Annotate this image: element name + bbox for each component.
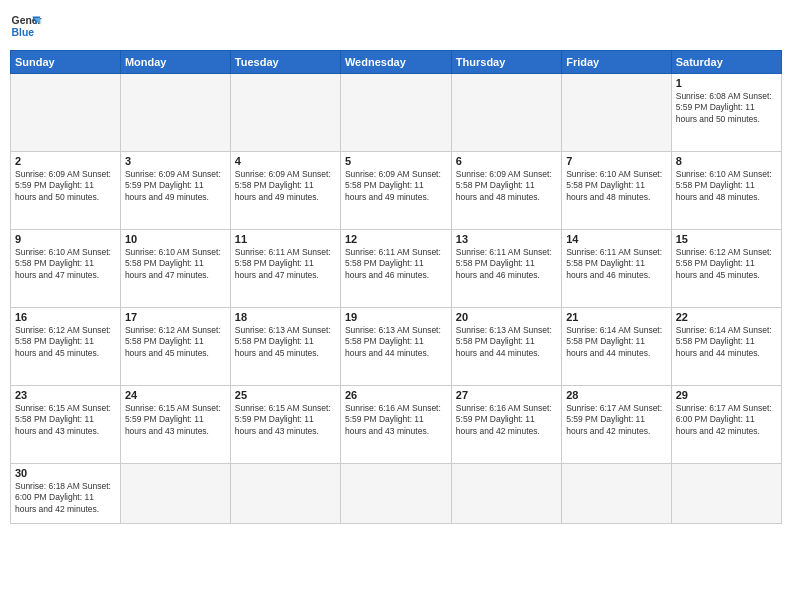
logo-icon: General Blue (10, 10, 42, 42)
calendar-cell (340, 464, 451, 524)
day-number: 14 (566, 233, 667, 245)
weekday-header-sunday: Sunday (11, 51, 121, 74)
week-row-2: 9Sunrise: 6:10 AM Sunset: 5:58 PM Daylig… (11, 230, 782, 308)
day-info: Sunrise: 6:15 AM Sunset: 5:59 PM Dayligh… (125, 403, 226, 437)
calendar-cell: 3Sunrise: 6:09 AM Sunset: 5:59 PM Daylig… (120, 152, 230, 230)
calendar-cell: 18Sunrise: 6:13 AM Sunset: 5:58 PM Dayli… (230, 308, 340, 386)
logo: General Blue (10, 10, 42, 42)
day-info: Sunrise: 6:17 AM Sunset: 5:59 PM Dayligh… (566, 403, 667, 437)
week-row-3: 16Sunrise: 6:12 AM Sunset: 5:58 PM Dayli… (11, 308, 782, 386)
week-row-0: 1Sunrise: 6:08 AM Sunset: 5:59 PM Daylig… (11, 74, 782, 152)
calendar-cell (340, 74, 451, 152)
weekday-header-monday: Monday (120, 51, 230, 74)
day-number: 26 (345, 389, 447, 401)
day-number: 22 (676, 311, 777, 323)
day-number: 29 (676, 389, 777, 401)
day-number: 20 (456, 311, 557, 323)
day-number: 30 (15, 467, 116, 479)
day-info: Sunrise: 6:16 AM Sunset: 5:59 PM Dayligh… (456, 403, 557, 437)
calendar-cell (451, 74, 561, 152)
calendar-cell: 5Sunrise: 6:09 AM Sunset: 5:58 PM Daylig… (340, 152, 451, 230)
weekday-header-saturday: Saturday (671, 51, 781, 74)
calendar-cell: 25Sunrise: 6:15 AM Sunset: 5:59 PM Dayli… (230, 386, 340, 464)
calendar-cell: 14Sunrise: 6:11 AM Sunset: 5:58 PM Dayli… (562, 230, 672, 308)
calendar-cell (230, 74, 340, 152)
day-info: Sunrise: 6:12 AM Sunset: 5:58 PM Dayligh… (15, 325, 116, 359)
weekday-header-thursday: Thursday (451, 51, 561, 74)
day-number: 25 (235, 389, 336, 401)
calendar-cell (451, 464, 561, 524)
calendar-cell: 28Sunrise: 6:17 AM Sunset: 5:59 PM Dayli… (562, 386, 672, 464)
day-number: 9 (15, 233, 116, 245)
calendar-cell: 9Sunrise: 6:10 AM Sunset: 5:58 PM Daylig… (11, 230, 121, 308)
day-info: Sunrise: 6:12 AM Sunset: 5:58 PM Dayligh… (676, 247, 777, 281)
day-number: 24 (125, 389, 226, 401)
calendar-cell: 20Sunrise: 6:13 AM Sunset: 5:58 PM Dayli… (451, 308, 561, 386)
day-info: Sunrise: 6:14 AM Sunset: 5:58 PM Dayligh… (566, 325, 667, 359)
week-row-4: 23Sunrise: 6:15 AM Sunset: 5:58 PM Dayli… (11, 386, 782, 464)
calendar-cell: 26Sunrise: 6:16 AM Sunset: 5:59 PM Dayli… (340, 386, 451, 464)
svg-text:Blue: Blue (12, 27, 35, 38)
day-info: Sunrise: 6:08 AM Sunset: 5:59 PM Dayligh… (676, 91, 777, 125)
calendar-cell: 8Sunrise: 6:10 AM Sunset: 5:58 PM Daylig… (671, 152, 781, 230)
day-info: Sunrise: 6:09 AM Sunset: 5:59 PM Dayligh… (15, 169, 116, 203)
day-info: Sunrise: 6:09 AM Sunset: 5:58 PM Dayligh… (345, 169, 447, 203)
calendar-cell: 10Sunrise: 6:10 AM Sunset: 5:58 PM Dayli… (120, 230, 230, 308)
calendar-cell: 24Sunrise: 6:15 AM Sunset: 5:59 PM Dayli… (120, 386, 230, 464)
day-number: 28 (566, 389, 667, 401)
day-info: Sunrise: 6:11 AM Sunset: 5:58 PM Dayligh… (566, 247, 667, 281)
calendar-cell: 15Sunrise: 6:12 AM Sunset: 5:58 PM Dayli… (671, 230, 781, 308)
calendar-cell (671, 464, 781, 524)
calendar-cell: 17Sunrise: 6:12 AM Sunset: 5:58 PM Dayli… (120, 308, 230, 386)
calendar-cell: 1Sunrise: 6:08 AM Sunset: 5:59 PM Daylig… (671, 74, 781, 152)
calendar-cell: 12Sunrise: 6:11 AM Sunset: 5:58 PM Dayli… (340, 230, 451, 308)
week-row-1: 2Sunrise: 6:09 AM Sunset: 5:59 PM Daylig… (11, 152, 782, 230)
day-info: Sunrise: 6:10 AM Sunset: 5:58 PM Dayligh… (15, 247, 116, 281)
calendar-cell (11, 74, 121, 152)
day-info: Sunrise: 6:14 AM Sunset: 5:58 PM Dayligh… (676, 325, 777, 359)
calendar-cell: 22Sunrise: 6:14 AM Sunset: 5:58 PM Dayli… (671, 308, 781, 386)
day-number: 19 (345, 311, 447, 323)
day-number: 3 (125, 155, 226, 167)
day-info: Sunrise: 6:13 AM Sunset: 5:58 PM Dayligh… (235, 325, 336, 359)
calendar-cell (230, 464, 340, 524)
day-number: 23 (15, 389, 116, 401)
calendar-cell: 11Sunrise: 6:11 AM Sunset: 5:58 PM Dayli… (230, 230, 340, 308)
day-number: 6 (456, 155, 557, 167)
day-info: Sunrise: 6:12 AM Sunset: 5:58 PM Dayligh… (125, 325, 226, 359)
day-number: 7 (566, 155, 667, 167)
calendar-cell: 6Sunrise: 6:09 AM Sunset: 5:58 PM Daylig… (451, 152, 561, 230)
calendar-cell (562, 464, 672, 524)
day-info: Sunrise: 6:13 AM Sunset: 5:58 PM Dayligh… (456, 325, 557, 359)
day-info: Sunrise: 6:11 AM Sunset: 5:58 PM Dayligh… (345, 247, 447, 281)
day-info: Sunrise: 6:15 AM Sunset: 5:59 PM Dayligh… (235, 403, 336, 437)
day-info: Sunrise: 6:09 AM Sunset: 5:58 PM Dayligh… (235, 169, 336, 203)
day-info: Sunrise: 6:09 AM Sunset: 5:58 PM Dayligh… (456, 169, 557, 203)
day-info: Sunrise: 6:10 AM Sunset: 5:58 PM Dayligh… (125, 247, 226, 281)
calendar-cell: 30Sunrise: 6:18 AM Sunset: 6:00 PM Dayli… (11, 464, 121, 524)
day-number: 21 (566, 311, 667, 323)
calendar-cell: 4Sunrise: 6:09 AM Sunset: 5:58 PM Daylig… (230, 152, 340, 230)
day-info: Sunrise: 6:10 AM Sunset: 5:58 PM Dayligh… (566, 169, 667, 203)
calendar-cell (562, 74, 672, 152)
calendar-table: SundayMondayTuesdayWednesdayThursdayFrid… (10, 50, 782, 524)
weekday-header-friday: Friday (562, 51, 672, 74)
day-number: 11 (235, 233, 336, 245)
day-number: 27 (456, 389, 557, 401)
day-number: 4 (235, 155, 336, 167)
calendar-cell: 23Sunrise: 6:15 AM Sunset: 5:58 PM Dayli… (11, 386, 121, 464)
day-number: 17 (125, 311, 226, 323)
calendar-cell (120, 464, 230, 524)
calendar-cell: 16Sunrise: 6:12 AM Sunset: 5:58 PM Dayli… (11, 308, 121, 386)
day-number: 15 (676, 233, 777, 245)
day-info: Sunrise: 6:13 AM Sunset: 5:58 PM Dayligh… (345, 325, 447, 359)
weekday-header-row: SundayMondayTuesdayWednesdayThursdayFrid… (11, 51, 782, 74)
day-info: Sunrise: 6:17 AM Sunset: 6:00 PM Dayligh… (676, 403, 777, 437)
calendar-cell: 19Sunrise: 6:13 AM Sunset: 5:58 PM Dayli… (340, 308, 451, 386)
calendar-page: General Blue SundayMondayTuesdayWednesda… (0, 0, 792, 612)
day-info: Sunrise: 6:11 AM Sunset: 5:58 PM Dayligh… (456, 247, 557, 281)
day-info: Sunrise: 6:11 AM Sunset: 5:58 PM Dayligh… (235, 247, 336, 281)
day-number: 13 (456, 233, 557, 245)
calendar-cell: 21Sunrise: 6:14 AM Sunset: 5:58 PM Dayli… (562, 308, 672, 386)
day-number: 16 (15, 311, 116, 323)
